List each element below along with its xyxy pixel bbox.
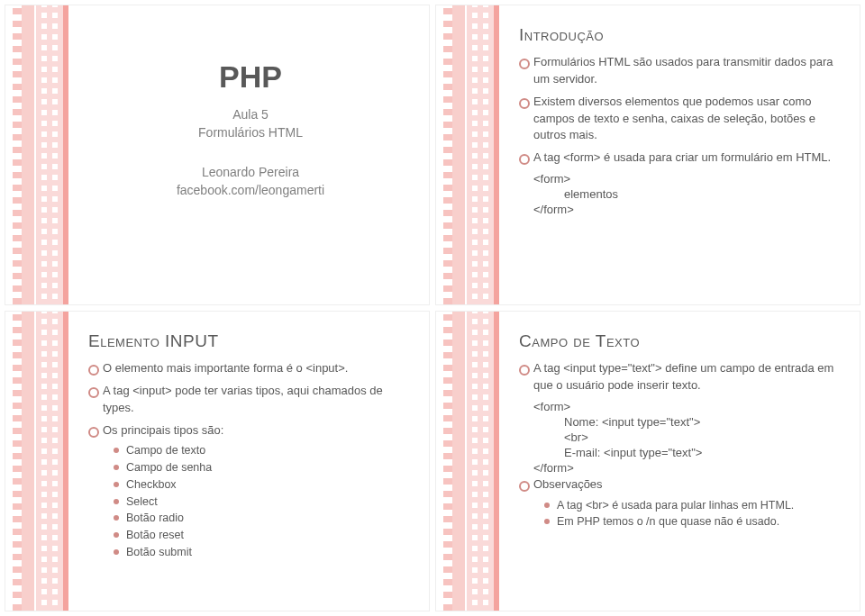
code-line: Nome: <input type="text"> bbox=[564, 415, 843, 429]
sub-bullet: Em PHP temos o /n que quase não é usado. bbox=[544, 513, 843, 530]
bullet-list: Observações A tag <br> é usada para pula… bbox=[519, 476, 843, 530]
code-line: </form> bbox=[533, 203, 843, 216]
slide-heading: Campo de Texto bbox=[519, 331, 843, 351]
decorative-stripe bbox=[436, 312, 508, 611]
bullet-text: Os principais tipos são: bbox=[103, 423, 223, 437]
bullet-list: O elemento mais importante forma é o <in… bbox=[88, 360, 413, 561]
code-line: elementos bbox=[564, 187, 843, 201]
bullet: Os principais tipos são: Campo de texto … bbox=[88, 422, 413, 561]
slide-content: Introdução Formulários HTML são usados p… bbox=[519, 25, 843, 288]
slide-3: Elemento INPUT O elemento mais important… bbox=[5, 312, 429, 611]
sub-bullet: Botão radio bbox=[114, 510, 413, 527]
author-block: Leonardo Pereira facebook.com/leongamert… bbox=[88, 165, 413, 197]
bullet-list: Formulários HTML são usados para transmi… bbox=[519, 54, 843, 167]
sub-bullet: Campo de texto bbox=[114, 442, 413, 459]
bullet-text: Observações bbox=[533, 477, 603, 491]
subtitle-line2: Formulários HTML bbox=[88, 125, 413, 140]
slide-content: PHP Aula 5 Formulários HTML Leonardo Per… bbox=[88, 25, 413, 288]
bullet: Formulários HTML são usados para transmi… bbox=[519, 54, 843, 88]
subtitle-line1: Aula 5 bbox=[88, 107, 413, 122]
code-line: <br> bbox=[564, 430, 843, 444]
code-line: E-mail: <input type="text"> bbox=[564, 446, 843, 459]
code-line: </form> bbox=[533, 461, 843, 475]
sub-bullet-list: A tag <br> é usada para pular linhas em … bbox=[533, 497, 843, 531]
sub-bullet: Botão reset bbox=[114, 527, 413, 544]
bullet: O elemento mais importante forma é o <in… bbox=[88, 360, 413, 377]
bullet-list: A tag <input type="text"> define um camp… bbox=[519, 360, 843, 394]
slide-4: Campo de Texto A tag <input type="text">… bbox=[436, 312, 860, 611]
bullet: A tag <input> pode ter varias tipos, aqu… bbox=[88, 383, 413, 417]
sub-bullet: A tag <br> é usada para pular linhas em … bbox=[544, 497, 843, 514]
sub-bullet: Select bbox=[114, 494, 413, 511]
slide-content: Elemento INPUT O elemento mais important… bbox=[88, 331, 413, 594]
bullet: A tag <form> é usada para criar um formu… bbox=[519, 149, 843, 167]
code-line: <form> bbox=[533, 400, 843, 413]
title: PHP bbox=[88, 59, 413, 95]
code-line: <form> bbox=[533, 172, 843, 186]
sub-bullet: Botão submit bbox=[114, 544, 413, 561]
decorative-stripe bbox=[5, 312, 77, 611]
bullet: A tag <input type="text"> define um camp… bbox=[519, 360, 843, 394]
subtitle-block: Aula 5 Formulários HTML bbox=[88, 107, 413, 140]
sub-bullet: Campo de senha bbox=[114, 459, 413, 476]
author-name: Leonardo Pereira bbox=[88, 165, 413, 179]
sub-bullet: Checkbox bbox=[114, 476, 413, 494]
slide-heading: Introdução bbox=[519, 25, 843, 45]
decorative-stripe bbox=[436, 5, 508, 304]
slide-1: PHP Aula 5 Formulários HTML Leonardo Per… bbox=[5, 5, 429, 304]
author-link: facebook.com/leongamerti bbox=[88, 183, 413, 197]
slide-2: Introdução Formulários HTML são usados p… bbox=[436, 5, 860, 304]
bullet: Existem diversos elementos que podemos u… bbox=[519, 94, 843, 145]
decorative-stripe bbox=[5, 5, 77, 304]
slide-content: Campo de Texto A tag <input type="text">… bbox=[519, 331, 843, 594]
bullet: Observações A tag <br> é usada para pula… bbox=[519, 476, 843, 530]
sub-bullet-list: Campo de texto Campo de senha Checkbox S… bbox=[103, 442, 413, 560]
slide-heading: Elemento INPUT bbox=[88, 331, 413, 351]
